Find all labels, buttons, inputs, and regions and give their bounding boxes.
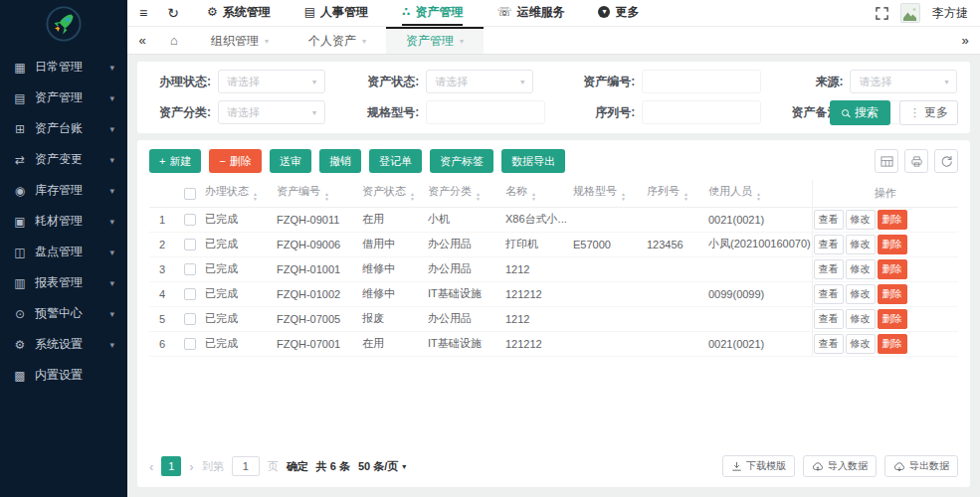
edit-button[interactable]: 修改 xyxy=(846,309,876,329)
page-size-select[interactable]: 50 条/页▾ xyxy=(358,459,406,474)
chevron-down-icon: ▾ xyxy=(109,340,114,350)
double-chevron-left-icon[interactable]: « xyxy=(127,27,157,54)
page-tab-asset-mgmt[interactable]: 资产管理▾ xyxy=(386,27,484,54)
confirm-button[interactable]: 确定 xyxy=(287,459,308,474)
asset-category-select[interactable]: 请选择▾ xyxy=(218,100,325,124)
rocket-logo-icon xyxy=(45,5,83,47)
row-checkbox[interactable] xyxy=(184,239,196,250)
sort-icon[interactable] xyxy=(531,192,536,202)
nav-tab-system-mgmt[interactable]: ⚙系统管理 xyxy=(207,0,271,26)
col-header-asset-state[interactable]: 资产状态 xyxy=(362,180,428,207)
view-button[interactable]: 查看 xyxy=(814,334,844,354)
sidebar-item-stocktake-mgmt[interactable]: ◫盘点管理▾ xyxy=(0,237,127,267)
search-button[interactable]: 搜索 xyxy=(830,100,890,125)
sidebar-item-builtin-settings[interactable]: ▩内置设置 xyxy=(0,360,127,391)
page-tab-org-mgmt[interactable]: 组织管理▾ xyxy=(191,27,289,54)
row-checkbox[interactable] xyxy=(184,338,196,350)
menu-collapse-icon[interactable]: ≡ xyxy=(139,6,147,20)
col-header-asset-code[interactable]: 资产编号 xyxy=(277,180,362,207)
view-button[interactable]: 查看 xyxy=(814,284,844,304)
next-page-icon[interactable]: › xyxy=(189,459,193,474)
sort-icon[interactable] xyxy=(684,192,688,202)
nav-tab-asset-mgmt[interactable]: ∴资产管理 xyxy=(402,0,463,26)
col-header-serial[interactable]: 序列号 xyxy=(647,180,708,207)
row-checkbox[interactable] xyxy=(184,263,196,275)
edit-button[interactable]: 修改 xyxy=(846,334,876,354)
download-template-button[interactable]: 下载模版 xyxy=(722,455,795,477)
col-header-user[interactable]: 使用人员 xyxy=(708,180,812,207)
sidebar-item-system-settings[interactable]: ⚙系统设置▾ xyxy=(0,329,127,360)
col-header-category[interactable]: 资产分类 xyxy=(428,180,505,207)
source-select[interactable]: 请选择▾ xyxy=(850,70,957,93)
select-all-checkbox[interactable] xyxy=(184,188,196,200)
delete-row-button[interactable]: 删除 xyxy=(878,235,907,254)
cell-asset-code: FZQH-01002 xyxy=(277,281,362,306)
sidebar-item-daily-mgmt[interactable]: ▦日常管理▾ xyxy=(0,52,127,83)
sort-icon[interactable] xyxy=(621,192,626,202)
view-button[interactable]: 查看 xyxy=(814,259,844,279)
model-input[interactable] xyxy=(426,100,545,124)
sidebar-item-asset-mgmt[interactable]: ▤资产管理▾ xyxy=(0,83,127,113)
view-button[interactable]: 查看 xyxy=(814,309,844,329)
delete-button[interactable]: −删除 xyxy=(209,149,261,173)
process-status-select[interactable]: 请选择▾ xyxy=(218,70,325,93)
asset-code-input[interactable] xyxy=(642,70,761,93)
edit-button[interactable]: 修改 xyxy=(846,235,876,254)
user-name[interactable]: 李方捷 xyxy=(932,5,968,22)
double-chevron-right-icon[interactable]: » xyxy=(950,27,980,54)
goto-page-input[interactable] xyxy=(232,456,260,476)
page-tab-personal-asset[interactable]: 个人资产▾ xyxy=(289,27,386,54)
nav-tab-hr-mgmt[interactable]: ▤人事管理 xyxy=(304,0,368,26)
col-header-name[interactable]: 名称 xyxy=(505,180,573,207)
cell-asset-state: 在用 xyxy=(362,331,428,356)
more-filters-button[interactable]: ⋮更多 xyxy=(899,100,958,125)
row-checkbox[interactable] xyxy=(184,288,196,300)
row-checkbox[interactable] xyxy=(184,214,196,226)
row-checkbox[interactable] xyxy=(184,313,196,325)
register-form-button[interactable]: 登记单 xyxy=(369,149,422,173)
sort-icon[interactable] xyxy=(476,192,481,202)
export-data-button[interactable]: 导出数据 xyxy=(884,455,958,477)
printer-icon[interactable] xyxy=(904,149,928,173)
fullscreen-icon[interactable] xyxy=(876,7,888,20)
delete-row-button[interactable]: 删除 xyxy=(878,210,907,230)
nav-tab-more[interactable]: ▾更多 xyxy=(598,0,639,26)
revoke-button[interactable]: 撤销 xyxy=(319,149,361,173)
delete-row-button[interactable]: 删除 xyxy=(878,334,907,354)
page-number-button[interactable]: 1 xyxy=(161,456,181,476)
edit-button[interactable]: 修改 xyxy=(846,210,876,230)
sidebar-item-consumable-mgmt[interactable]: ▣耗材管理▾ xyxy=(0,206,127,237)
sidebar-item-alert-center[interactable]: ⊙预警中心▾ xyxy=(0,298,127,329)
data-export-button[interactable]: 数据导出 xyxy=(501,149,565,173)
prev-page-icon[interactable]: ‹ xyxy=(149,459,153,474)
create-button[interactable]: +新建 xyxy=(149,149,201,173)
sort-icon[interactable] xyxy=(324,192,329,202)
delete-row-button[interactable]: 删除 xyxy=(878,284,907,304)
sort-icon[interactable] xyxy=(756,192,761,202)
col-header-process-status[interactable]: 办理状态 xyxy=(205,180,277,207)
sort-icon[interactable] xyxy=(253,192,258,202)
sidebar-item-asset-ledger[interactable]: ⊞资产台账▾ xyxy=(0,113,127,144)
import-data-button[interactable]: 导入数据 xyxy=(803,455,877,477)
asset-status-select[interactable]: 请选择▾ xyxy=(426,70,533,93)
delete-row-button[interactable]: 删除 xyxy=(878,309,907,329)
sidebar-item-inventory-mgmt[interactable]: ◉库存管理▾ xyxy=(0,175,127,206)
column-grid-icon[interactable] xyxy=(875,149,898,173)
delete-row-button[interactable]: 删除 xyxy=(878,259,907,279)
edit-button[interactable]: 修改 xyxy=(846,259,876,279)
col-header-model[interactable]: 规格型号 xyxy=(573,180,647,207)
asset-label-button[interactable]: 资产标签 xyxy=(430,149,493,173)
sidebar-item-report-mgmt[interactable]: ▥报表管理▾ xyxy=(0,267,127,298)
sort-icon[interactable] xyxy=(410,192,415,202)
user-avatar[interactable] xyxy=(900,3,920,23)
view-button[interactable]: 查看 xyxy=(814,210,844,230)
home-icon[interactable]: ⌂ xyxy=(157,27,191,54)
submit-review-button[interactable]: 送审 xyxy=(270,149,311,173)
sidebar-item-asset-change[interactable]: ⇄资产变更▾ xyxy=(0,144,127,175)
serial-input[interactable] xyxy=(642,100,761,124)
view-button[interactable]: 查看 xyxy=(814,235,844,254)
edit-button[interactable]: 修改 xyxy=(846,284,876,304)
nav-tab-ops-service[interactable]: ☏运维服务 xyxy=(496,0,564,26)
refresh-icon[interactable] xyxy=(934,149,958,173)
refresh-icon[interactable]: ↻ xyxy=(167,6,179,20)
